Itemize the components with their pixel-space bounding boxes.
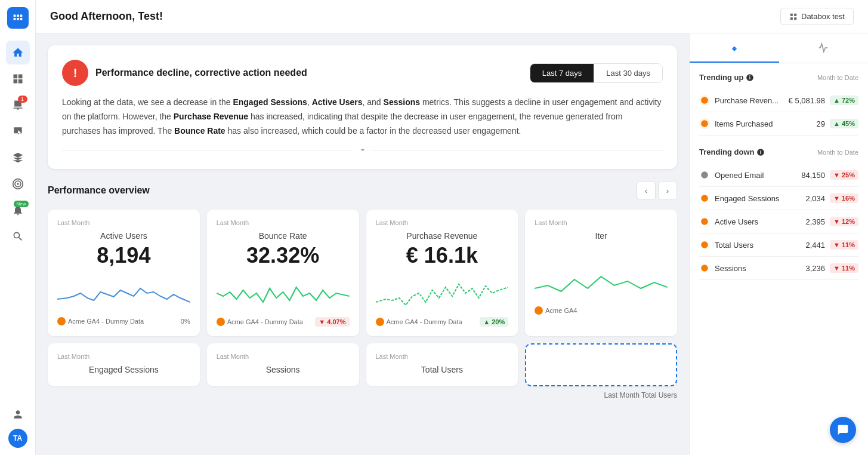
- alert-title: Performance decline, corrective action n…: [95, 67, 307, 78]
- item-value: 2,395: [805, 217, 825, 226]
- user-avatar[interactable]: TA: [8, 429, 27, 448]
- card-footer: Acme GA4: [535, 306, 668, 315]
- engaged-sessions-card: Last Month Engaged Sessions: [48, 343, 200, 386]
- item-left: Sessions: [699, 263, 746, 273]
- sidebar-item-dashboard[interactable]: [6, 67, 30, 91]
- trending-up-item: Purchase Reven... € 5,081.98 ▲ 72%: [699, 89, 858, 112]
- item-change: ▼ 16%: [830, 193, 858, 203]
- item-value: € 5,081.98: [789, 96, 825, 105]
- card-chart: [217, 275, 350, 311]
- sidebar-item-alerts[interactable]: 1: [6, 93, 30, 117]
- bottom-cards-grid: Last Month Engaged Sessions Last Month S…: [48, 343, 677, 386]
- sidebar-bottom: TA: [6, 402, 30, 448]
- tab-pulse[interactable]: [779, 33, 869, 63]
- header-right: Databox test: [780, 8, 854, 25]
- trending-down-item: Opened Email 84,150 ▼ 25%: [699, 164, 858, 187]
- alert-body: Looking at the data, we see a decrease i…: [62, 96, 663, 138]
- card-source: Acme GA4: [535, 306, 577, 315]
- trending-down-item: Active Users 2,395 ▼ 12%: [699, 210, 858, 233]
- top-cards-grid: Last Month Active Users 8,194 Acme GA4 -…: [48, 210, 677, 336]
- item-icon: [699, 239, 710, 250]
- card-name: Iter: [535, 231, 668, 241]
- svg-point-15: [701, 218, 708, 225]
- item-change: ▼ 12%: [830, 217, 858, 226]
- card-period: Last Month: [535, 219, 668, 226]
- sidebar-item-home[interactable]: [6, 41, 30, 64]
- card-source: Acme GA4 - Dummy Data: [57, 317, 144, 325]
- prev-arrow[interactable]: ‹: [637, 181, 656, 200]
- item-value: 29: [817, 119, 825, 128]
- item-icon: [699, 216, 710, 227]
- svg-point-14: [701, 195, 708, 202]
- item-name: Active Users: [715, 217, 758, 226]
- active-users-card: Last Month Active Users 8,194 Acme GA4 -…: [48, 210, 200, 336]
- left-sidebar: 1 New TA: [0, 0, 36, 455]
- new-badge: New: [14, 201, 28, 207]
- trending-up-header: Trending up i Month to Date: [699, 73, 858, 82]
- item-change: ▼ 11%: [830, 263, 858, 273]
- item-right: € 5,081.98 ▲ 72%: [789, 96, 858, 105]
- card-source: Acme GA4 - Dummy Data: [217, 318, 303, 326]
- last-30-days-btn[interactable]: Last 30 days: [594, 64, 662, 82]
- item-change: ▼ 25%: [830, 170, 858, 180]
- item-name: Items Purchased: [715, 119, 773, 128]
- source-name: Acme GA4: [545, 307, 577, 314]
- change-value: ▼ 4.07%: [315, 317, 349, 327]
- item-icon: [699, 193, 710, 204]
- last-7-days-btn[interactable]: Last 7 days: [530, 64, 595, 82]
- top-header: Good Afternoon, Test! Databox test: [36, 0, 868, 33]
- sidebar-item-video[interactable]: [6, 119, 30, 143]
- card-name: Active Users: [57, 231, 190, 241]
- item-right: 3,236 ▼ 11%: [805, 263, 858, 273]
- purchase-revenue-card: Last Month Purchase Revenue € 16.1k Acme…: [366, 210, 518, 336]
- card-period: Last Month: [217, 219, 350, 226]
- item-name: Opened Email: [715, 171, 764, 180]
- time-period-selector: Last 7 days Last 30 days: [530, 63, 663, 83]
- source-icon: [57, 317, 66, 325]
- sidebar-item-notifications[interactable]: New: [6, 198, 30, 222]
- main-wrapper: Good Afternoon, Test! Databox test ! Per…: [36, 0, 868, 455]
- alert-header: ! Performance decline, corrective action…: [62, 60, 663, 86]
- expand-row[interactable]: [62, 145, 663, 155]
- item-right: 29 ▲ 45%: [817, 119, 858, 128]
- performance-section: Performance overview ‹ › Last Month Acti…: [48, 181, 677, 399]
- databox-label: Databox test: [801, 12, 845, 21]
- card-footer: Acme GA4 - Dummy Data ▼ 4.07%: [217, 317, 350, 327]
- bounce-rate-card: Last Month Bounce Rate 32.32% Acme GA4 -…: [207, 210, 359, 336]
- svg-rect-5: [790, 17, 793, 20]
- sidebar-item-target[interactable]: [6, 172, 30, 196]
- card-name: Purchase Revenue: [376, 231, 509, 241]
- card-footer: Acme GA4 - Dummy Data ▲ 20%: [376, 317, 509, 327]
- chat-button[interactable]: [830, 417, 856, 443]
- card-value: € 16.1k: [376, 243, 509, 268]
- sidebar-item-layers[interactable]: [6, 146, 30, 170]
- footer-label: Last Month Total Users: [48, 391, 677, 399]
- tab-trending[interactable]: [690, 33, 779, 63]
- item-icon: [699, 118, 710, 129]
- card-period: Last Month: [376, 219, 509, 226]
- item-name: Purchase Reven...: [715, 96, 779, 105]
- databox-button[interactable]: Databox test: [780, 8, 854, 25]
- app-logo[interactable]: [7, 7, 29, 29]
- trending-down-item: Engaged Sessions 2,034 ▼ 16%: [699, 187, 858, 210]
- alert-badge: 1: [18, 96, 27, 103]
- item-value: 2,441: [805, 241, 825, 250]
- card-name: Bounce Rate: [217, 231, 350, 241]
- sidebar-content: Trending up i Month to Date Purchase Rev…: [690, 63, 868, 455]
- trending-down-item: Total Users 2,441 ▼ 11%: [699, 233, 858, 257]
- highlighted-card: [525, 343, 677, 386]
- alert-title-row: ! Performance decline, corrective action…: [62, 60, 307, 86]
- item-left: Items Purchased: [699, 118, 773, 129]
- item-icon: [699, 95, 710, 106]
- sidebar-item-search[interactable]: [6, 225, 30, 248]
- svg-text:i: i: [749, 75, 750, 80]
- next-arrow[interactable]: ›: [658, 181, 677, 200]
- item-icon: [699, 263, 710, 273]
- item-left: Total Users: [699, 239, 753, 250]
- card-period: Last Month: [57, 353, 190, 360]
- sidebar-item-user[interactable]: [6, 402, 30, 426]
- source-name: Acme GA4 - Dummy Data: [68, 318, 144, 325]
- item-value: 2,034: [805, 194, 825, 203]
- change-value: ▲ 20%: [480, 317, 508, 327]
- nav-arrows: ‹ ›: [637, 181, 677, 200]
